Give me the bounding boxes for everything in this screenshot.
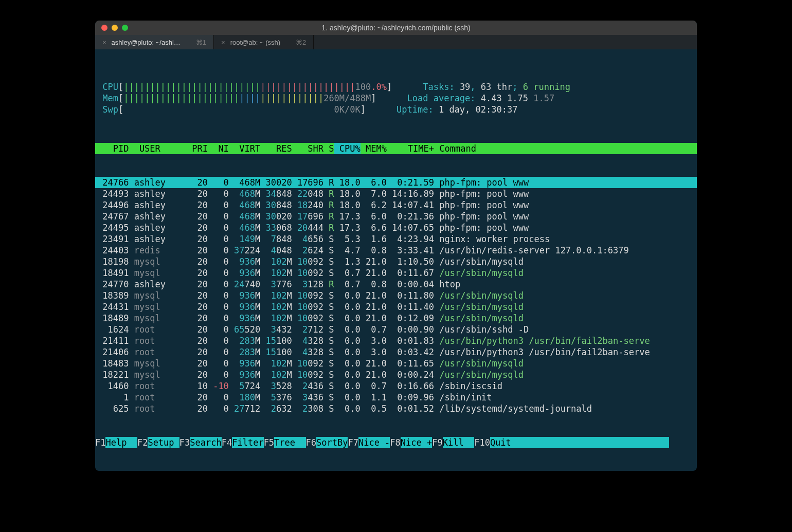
swp-label: Swp (97, 104, 118, 115)
fkey-F2[interactable]: F2 (137, 437, 148, 448)
fkey-label-F3[interactable]: Search (190, 437, 221, 448)
col-time+[interactable]: TIME+ (387, 143, 434, 154)
tab-1[interactable]: ×root@ab: ~ (ssh)⌘2 (214, 35, 314, 49)
process-row[interactable]: 18389mysql200936M102M10092S0.021.00:11.8… (95, 290, 697, 301)
fkey-label-F9[interactable]: Kill (443, 437, 474, 448)
col-virt[interactable]: VIRT (229, 143, 260, 154)
col-res[interactable]: RES (260, 143, 292, 154)
fkey-F3[interactable]: F3 (179, 437, 190, 448)
col-s[interactable]: S (323, 143, 334, 154)
process-row[interactable]: 24493ashley200468M3484822048R18.07.014:1… (95, 188, 697, 199)
fkey-label-F6[interactable]: SortBy (316, 437, 348, 448)
process-row[interactable]: 625root2002771226322308S0.00.50:01.52/li… (95, 403, 697, 414)
mem-bar: [||||||||||||||||||||||||||||||||||||||2… (118, 93, 376, 104)
tab-label: root@ab: ~ (ssh) (230, 39, 280, 46)
fkey-label-F1[interactable]: Help (105, 437, 137, 448)
col-pid[interactable]: PID (97, 143, 129, 154)
col-pri[interactable]: PRI (187, 143, 208, 154)
tabbar: ×ashley@pluto: ~/ashl…⌘1×root@ab: ~ (ssh… (95, 35, 697, 49)
mem-label: Mem (97, 93, 118, 104)
col-shr[interactable]: SHR (292, 143, 323, 154)
fkey-label-F8[interactable]: Nice + (401, 437, 432, 448)
process-row[interactable]: 1460root10-10572435282436S0.00.70:16.66/… (95, 380, 697, 392)
process-row[interactable]: 18221mysql200936M102M10092S0.021.00:00.2… (95, 369, 697, 380)
col-ni[interactable]: NI (208, 143, 229, 154)
process-row[interactable]: 24770ashley2002474037763128R0.70.80:00.0… (95, 279, 697, 290)
process-row[interactable]: 24495ashley200468M3306820444R17.36.614:0… (95, 222, 697, 233)
process-row[interactable]: 21411root200283M151004328S0.03.00:01.83/… (95, 335, 697, 346)
process-row[interactable]: 24496ashley200468M3084818240R18.06.214:0… (95, 199, 697, 211)
titlebar: 1. ashley@pluto: ~/ashleyrich.com/public… (95, 21, 697, 35)
close-tab-icon[interactable]: × (221, 39, 225, 46)
fkey-label-F5[interactable]: Tree (274, 437, 305, 448)
uptime-info: Uptime: 1 day, 02:30:37 (397, 104, 517, 115)
tab-shortcut: ⌘2 (296, 39, 306, 46)
meters: CPU[||||||||||||||||||||||||||||||||||||… (95, 81, 697, 120)
cpu-bar: [|||||||||||||||||||||||||||||||||||||||… (118, 81, 392, 93)
process-row[interactable]: 23491ashley200149M78484656S5.31.64:23.94… (95, 233, 697, 245)
fkey-F4[interactable]: F4 (222, 437, 232, 448)
cpu-label: CPU (97, 81, 118, 93)
fkey-label-F4[interactable]: Filter (232, 437, 263, 448)
col-mem%[interactable]: MEM% (361, 143, 387, 154)
fkey-label-F7[interactable]: Nice - (358, 437, 390, 448)
col-cpu%[interactable]: CPU% (334, 143, 361, 154)
process-row[interactable]: 24431mysql200936M102M10092S0.021.00:11.4… (95, 301, 697, 313)
process-row[interactable]: 18198mysql200936M102M10092S1.321.01:10.5… (95, 256, 697, 267)
col-command[interactable]: Command (434, 143, 697, 154)
process-row[interactable]: 24766ashley200468M3002017696R18.06.00:21… (95, 177, 697, 188)
tasks-info: Tasks: 39, 63 thr; 6 running (423, 81, 570, 93)
swp-bar: [0K/0K] (118, 104, 366, 115)
close-tab-icon[interactable]: × (102, 39, 106, 46)
col-user[interactable]: USER (129, 143, 187, 154)
function-keys: F1Help F2Setup F3SearchF4FilterF5Tree F6… (95, 437, 697, 448)
process-row[interactable]: 21406root200283M151004328S0.03.00:03.42/… (95, 346, 697, 358)
process-row[interactable]: 18491mysql200936M102M10092S0.721.00:11.6… (95, 267, 697, 279)
fkey-F1[interactable]: F1 (95, 437, 105, 448)
process-header[interactable]: PID USERPRINIVIRTRESSHRSCPU%MEM%TIME+Com… (95, 143, 697, 154)
window-title: 1. ashley@pluto: ~/ashleyrich.com/public… (95, 24, 697, 32)
fkey-F8[interactable]: F8 (390, 437, 400, 448)
process-row[interactable]: 1root200180M53763436S0.01.10:09.96/sbin/… (95, 392, 697, 403)
terminal-window: 1. ashley@pluto: ~/ashleyrich.com/public… (95, 21, 697, 471)
process-row[interactable]: 24767ashley200468M3002017696R17.36.00:21… (95, 211, 697, 222)
process-row[interactable]: 18489mysql200936M102M10092S0.021.00:12.0… (95, 313, 697, 324)
fkey-label-F2[interactable]: Setup (148, 437, 179, 448)
process-row[interactable]: 18483mysql200936M102M10092S0.021.00:11.6… (95, 358, 697, 369)
fkey-F7[interactable]: F7 (348, 437, 358, 448)
fkey-F5[interactable]: F5 (264, 437, 274, 448)
process-list[interactable]: 24766ashley200468M3002017696R18.06.00:21… (95, 177, 697, 414)
process-row[interactable]: 1624root2006552034322712S0.00.70:00.90/u… (95, 324, 697, 335)
tab-shortcut: ⌘1 (196, 39, 206, 46)
tab-label: ashley@pluto: ~/ashl… (112, 39, 181, 46)
fkey-label-F10[interactable]: Quit (490, 437, 669, 448)
terminal-content[interactable]: CPU[||||||||||||||||||||||||||||||||||||… (95, 49, 697, 471)
fkey-F6[interactable]: F6 (306, 437, 316, 448)
fkey-F10[interactable]: F10 (474, 437, 490, 448)
fkey-F9[interactable]: F9 (432, 437, 442, 448)
load-info: Load average: 4.43 1.75 1.57 (407, 93, 555, 104)
process-row[interactable]: 24403redis2003722440482624S4.70.83:33.41… (95, 245, 697, 256)
tab-0[interactable]: ×ashley@pluto: ~/ashl…⌘1 (95, 35, 214, 49)
